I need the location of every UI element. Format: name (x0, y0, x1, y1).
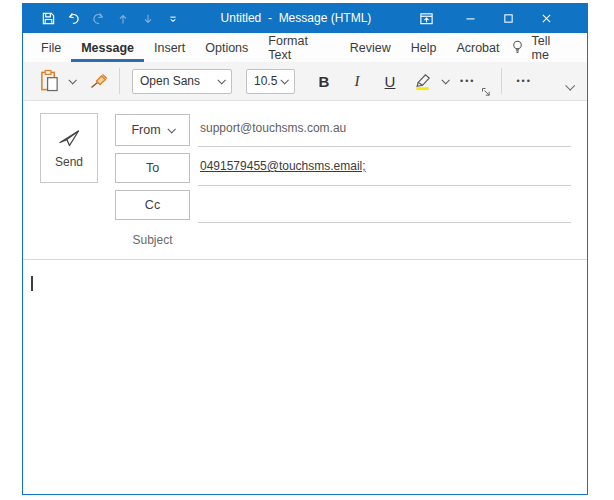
quick-access-toolbar (23, 9, 182, 29)
from-field-underline (198, 146, 571, 147)
tab-review[interactable]: Review (340, 33, 401, 62)
send-button[interactable]: Send (40, 113, 98, 183)
customize-qat-icon[interactable] (164, 9, 182, 29)
font-size-value: 10.5 (254, 74, 277, 88)
bold-button[interactable]: B (313, 73, 335, 90)
tell-me-label: Tell me (532, 34, 567, 62)
divider (501, 68, 502, 94)
font-name-value: Open Sans (140, 74, 200, 88)
font-name-select[interactable]: Open Sans (132, 69, 232, 94)
to-field-underline (198, 185, 571, 186)
ribbon: Open Sans 10.5 B I U ••• ••• (23, 62, 587, 101)
ribbon-display-options-icon[interactable] (415, 8, 437, 30)
divider (119, 68, 120, 94)
tab-format-text[interactable]: Format Text (258, 33, 339, 62)
tab-options[interactable]: Options (195, 33, 258, 62)
tab-help[interactable]: Help (401, 33, 447, 62)
cc-button[interactable]: Cc (115, 190, 190, 220)
italic-button[interactable]: I (346, 73, 368, 90)
paste-dropdown-icon[interactable] (68, 76, 76, 84)
subject-field[interactable] (198, 229, 571, 253)
send-icon (56, 127, 82, 149)
from-label: From (131, 123, 160, 137)
window-controls (415, 8, 587, 30)
send-label: Send (55, 155, 83, 169)
chevron-down-icon (167, 125, 175, 133)
subject-label: Subject (115, 233, 190, 247)
from-field-value[interactable]: support@touchsms.com.au (200, 121, 346, 135)
font-size-select[interactable]: 10.5 (246, 69, 295, 94)
cc-field-underline (198, 222, 571, 223)
undo-icon[interactable] (64, 9, 82, 29)
text-cursor (31, 276, 33, 291)
more-ribbon-options[interactable]: ••• (516, 76, 531, 86)
ribbon-tab-bar: File Message Insert Options Format Text … (23, 33, 587, 62)
text-highlight-button[interactable] (413, 71, 434, 91)
chevron-down-icon (217, 76, 225, 84)
message-body[interactable] (23, 260, 587, 494)
close-button[interactable] (535, 8, 557, 30)
tab-file[interactable]: File (31, 33, 71, 62)
previous-item-icon[interactable] (114, 9, 132, 29)
cc-label: Cc (145, 198, 160, 212)
lightbulb-icon (510, 39, 525, 56)
tell-me-control[interactable]: Tell me (510, 33, 587, 62)
maximize-button[interactable] (497, 8, 519, 30)
message-window: Untitled - Message (HTML) File Messa (22, 3, 588, 495)
tab-insert[interactable]: Insert (144, 33, 195, 62)
paste-button[interactable] (39, 68, 60, 94)
redo-icon[interactable] (89, 9, 107, 29)
window-title: Untitled - Message (HTML) (221, 4, 372, 33)
to-recipient-link[interactable]: 0491579455@touchsms.email; (200, 159, 366, 173)
format-painter-icon[interactable] (89, 71, 109, 91)
dialog-launcher-icon[interactable] (481, 87, 491, 97)
title-bar: Untitled - Message (HTML) (23, 4, 587, 33)
chevron-down-icon (280, 76, 288, 84)
to-label: To (146, 161, 159, 175)
message-header: Send From To Cc Subject support@touchsms… (23, 101, 587, 260)
more-font-options[interactable]: ••• (460, 76, 475, 86)
to-button[interactable]: To (115, 153, 190, 183)
collapse-ribbon-icon[interactable] (566, 76, 573, 94)
highlight-dropdown-icon[interactable] (441, 76, 449, 84)
tab-acrobat[interactable]: Acrobat (446, 33, 509, 62)
from-button[interactable]: From (115, 114, 190, 146)
underline-button[interactable]: U (379, 73, 401, 90)
minimize-button[interactable] (459, 8, 481, 30)
next-item-icon[interactable] (139, 9, 157, 29)
save-icon[interactable] (39, 9, 57, 29)
tab-message[interactable]: Message (71, 33, 144, 62)
